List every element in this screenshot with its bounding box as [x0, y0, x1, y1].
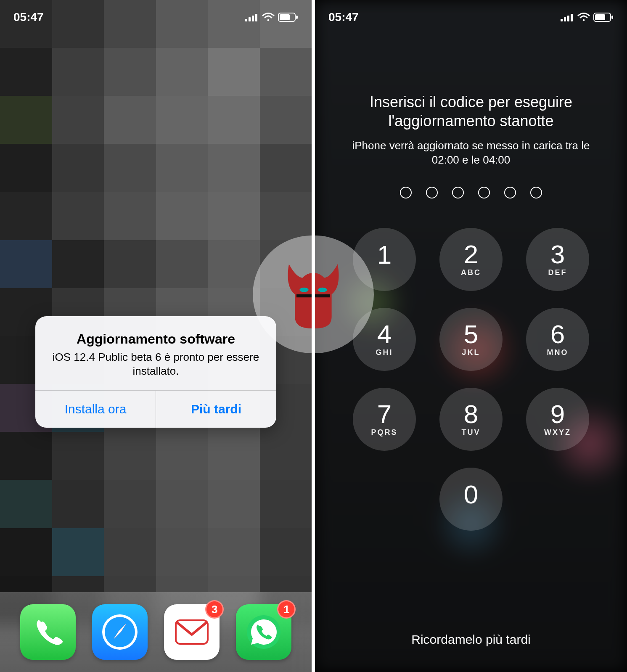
svg-rect-17	[561, 19, 563, 21]
keypad-7[interactable]: 7PQRS	[353, 388, 416, 451]
svg-point-15	[299, 288, 309, 292]
svg-rect-1	[249, 17, 251, 21]
status-indicators	[245, 13, 298, 22]
key-digit: 9	[550, 401, 565, 427]
keypad-2[interactable]: 2ABC	[439, 228, 503, 291]
dock-app-whatsapp[interactable]: 1	[236, 604, 291, 660]
passcode-title: Inserisci il codice per eseguire l'aggio…	[315, 93, 627, 130]
later-button[interactable]: Più tardi	[156, 391, 276, 428]
cellular-icon	[561, 13, 574, 21]
dock-app-safari[interactable]	[92, 604, 148, 660]
passcode-dot	[426, 187, 438, 198]
svg-point-4	[267, 19, 270, 21]
alert-buttons: Installa ora Più tardi	[35, 390, 276, 428]
svg-rect-18	[564, 17, 566, 21]
svg-point-21	[583, 19, 585, 21]
key-digit: 7	[377, 401, 392, 427]
alert-title: Aggiornamento software	[47, 331, 265, 347]
keypad-3[interactable]: 3DEF	[526, 228, 589, 291]
dock-app-mail[interactable]: 3	[164, 604, 220, 660]
key-letters: DEF	[548, 268, 567, 277]
svg-rect-7	[296, 16, 298, 19]
passcode-dot	[400, 187, 412, 198]
status-bar: 05:47	[0, 0, 312, 34]
phone-left-home: 05:47 Aggiornamento software iOS 12.4 Pu…	[0, 0, 312, 672]
alert-message: iOS 12.4 Public beta 6 è pronto per esse…	[47, 350, 265, 378]
passcode-screen: Inserisci il codice per eseguire l'aggio…	[315, 0, 627, 672]
image-divider	[312, 0, 315, 672]
status-bar: 05:47	[315, 0, 627, 34]
key-digit: 6	[550, 321, 565, 347]
battery-icon	[278, 13, 298, 22]
keypad-8[interactable]: 8TUV	[439, 388, 503, 451]
svg-rect-23	[595, 14, 605, 20]
wifi-icon	[262, 13, 275, 22]
cellular-icon	[245, 13, 259, 21]
battery-icon	[593, 13, 614, 22]
status-time: 05:47	[328, 11, 359, 24]
key-letters: GHI	[376, 348, 393, 357]
status-indicators	[561, 13, 614, 22]
software-update-alert: Aggiornamento software iOS 12.4 Public b…	[35, 316, 276, 428]
install-now-button[interactable]: Installa ora	[35, 391, 156, 428]
svg-rect-2	[252, 16, 254, 21]
svg-rect-25	[315, 294, 330, 297]
numeric-keypad: 12ABC3DEF4GHI5JKL6MNO7PQRS8TUV9WXYZ0	[353, 228, 589, 531]
key-digit: 5	[464, 321, 478, 347]
badge: 3	[205, 600, 224, 619]
svg-rect-6	[280, 14, 290, 20]
status-time: 05:47	[13, 11, 44, 24]
key-digit: 2	[464, 241, 478, 267]
keypad-5[interactable]: 5JKL	[439, 308, 503, 371]
badge: 1	[277, 600, 296, 619]
wifi-icon	[577, 13, 590, 22]
key-digit: 4	[377, 321, 392, 347]
svg-rect-20	[571, 14, 573, 21]
keypad-9[interactable]: 9WXYZ	[526, 388, 589, 451]
svg-rect-14	[296, 294, 312, 297]
key-digit: 8	[464, 401, 478, 427]
key-letters: TUV	[462, 428, 481, 437]
key-letters: ABC	[461, 268, 481, 277]
svg-rect-19	[567, 16, 569, 21]
key-digit: 1	[377, 242, 392, 268]
dock: 31	[0, 592, 312, 672]
key-letters: PQRS	[371, 428, 397, 437]
svg-rect-3	[255, 14, 257, 21]
keypad-0[interactable]: 0	[439, 468, 503, 531]
passcode-dot	[452, 187, 464, 198]
phone-right-passcode: 05:47 Inserisci il codice per eseguire l…	[315, 0, 627, 672]
dock-app-phone[interactable]	[20, 604, 76, 660]
key-letters: MNO	[547, 348, 569, 357]
key-digit: 3	[550, 241, 565, 267]
passcode-dot	[478, 187, 490, 198]
alert-body: Aggiornamento software iOS 12.4 Public b…	[35, 316, 276, 390]
key-digit: 0	[464, 482, 478, 508]
passcode-subtitle: iPhone verrà aggiornato se messo in cari…	[315, 139, 627, 167]
svg-point-27	[318, 288, 327, 292]
key-letters: JKL	[462, 348, 480, 357]
passcode-dots	[400, 187, 542, 198]
passcode-dot	[504, 187, 516, 198]
passcode-dot	[530, 187, 542, 198]
keypad-6[interactable]: 6MNO	[526, 308, 589, 371]
svg-rect-24	[611, 16, 613, 19]
key-letters: WXYZ	[544, 428, 571, 437]
svg-rect-0	[245, 19, 247, 21]
